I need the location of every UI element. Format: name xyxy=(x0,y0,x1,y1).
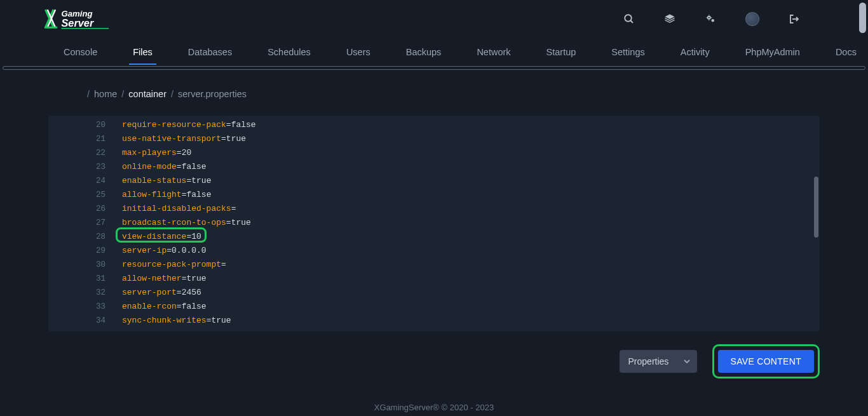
editor-line[interactable]: 29server-ip=0.0.0.0 xyxy=(48,244,820,258)
syntax-select-label: Properties xyxy=(628,356,669,366)
editor-line[interactable]: 33enable-rcon=false xyxy=(48,300,820,314)
layers-icon[interactable] xyxy=(664,13,675,25)
line-number: 24 xyxy=(48,174,121,188)
line-number: 22 xyxy=(48,146,121,160)
header: Gaming Server xyxy=(0,0,868,38)
line-number: 30 xyxy=(48,258,121,272)
breadcrumb-segment: server.properties xyxy=(178,89,247,99)
tab-schedules[interactable]: Schedules xyxy=(268,40,311,64)
editor-line[interactable]: 31allow-nether=true xyxy=(48,272,820,286)
line-number: 27 xyxy=(48,216,121,230)
line-number: 33 xyxy=(48,300,121,314)
editor-line[interactable]: 30resource-pack-prompt= xyxy=(48,258,820,272)
logo[interactable]: Gaming Server xyxy=(44,8,133,30)
line-number: 25 xyxy=(48,188,121,202)
logout-icon[interactable] xyxy=(789,13,800,25)
editor-line[interactable]: 23online-mode=false xyxy=(48,160,820,174)
svg-point-5 xyxy=(712,19,715,22)
chevron-down-icon xyxy=(683,358,691,365)
footer-text: XGamingServer® © 2020 - 2023 xyxy=(0,403,868,412)
line-number: 21 xyxy=(48,132,121,146)
browser-scrollbar[interactable] xyxy=(859,3,866,33)
line-code[interactable]: use-native-transport=true xyxy=(121,132,246,146)
editor-line[interactable]: 25allow-flight=false xyxy=(48,188,820,202)
line-number: 26 xyxy=(48,202,121,216)
save-content-button[interactable]: SAVE CONTENT xyxy=(718,350,814,373)
line-code[interactable]: server-port=2456 xyxy=(121,286,201,300)
search-icon[interactable] xyxy=(623,13,635,25)
line-code[interactable]: enable-rcon=false xyxy=(121,300,207,314)
editor-line[interactable]: 28view-distance=10 xyxy=(48,230,820,244)
line-code[interactable]: resource-pack-prompt= xyxy=(121,258,226,272)
tab-docs[interactable]: Docs xyxy=(836,40,857,64)
line-code[interactable]: server-ip=0.0.0.0 xyxy=(121,244,207,258)
line-number: 28 xyxy=(48,230,121,244)
breadcrumb-segment[interactable]: container xyxy=(128,89,166,99)
settings-icon[interactable] xyxy=(705,13,716,25)
tab-network[interactable]: Network xyxy=(477,40,510,64)
tab-startup[interactable]: Startup xyxy=(546,40,576,64)
line-code[interactable]: view-distance=10 xyxy=(121,230,201,244)
line-number: 29 xyxy=(48,244,121,258)
save-highlight-annotation: SAVE CONTENT xyxy=(712,344,820,379)
line-code[interactable]: require-resource-pack=false xyxy=(121,118,256,132)
tab-settings[interactable]: Settings xyxy=(611,40,644,64)
line-code[interactable]: initial-disabled-packs= xyxy=(121,202,236,216)
tab-console[interactable]: Console xyxy=(64,40,97,64)
svg-point-1 xyxy=(625,15,632,22)
progress-bar xyxy=(3,66,865,70)
editor-actions: Properties SAVE CONTENT xyxy=(48,344,820,379)
tab-databases[interactable]: Databases xyxy=(188,40,232,64)
avatar[interactable] xyxy=(745,12,759,26)
editor-line[interactable]: 20require-resource-pack=false xyxy=(48,118,820,132)
line-number: 20 xyxy=(48,118,121,132)
tab-activity[interactable]: Activity xyxy=(681,40,710,64)
syntax-select[interactable]: Properties xyxy=(620,350,697,373)
tab-backups[interactable]: Backups xyxy=(406,40,442,64)
breadcrumb: /home/container/server.properties xyxy=(48,89,820,99)
line-code[interactable]: enable-status=true xyxy=(121,174,211,188)
line-code[interactable]: allow-flight=false xyxy=(121,188,211,202)
line-number: 23 xyxy=(48,160,121,174)
line-code[interactable]: allow-nether=true xyxy=(121,272,207,286)
line-code[interactable]: max-players=20 xyxy=(121,146,191,160)
tab-phpmyadmin[interactable]: PhpMyAdmin xyxy=(745,40,800,64)
line-code[interactable]: online-mode=false xyxy=(121,160,207,174)
file-editor[interactable]: 20require-resource-pack=false21use-nativ… xyxy=(48,116,820,332)
line-code[interactable]: broadcast-rcon-to-ops=true xyxy=(121,216,251,230)
nav-tabs: ConsoleFilesDatabasesSchedulesUsersBacku… xyxy=(0,38,868,66)
editor-line[interactable]: 32server-port=2456 xyxy=(48,286,820,300)
editor-line[interactable]: 26initial-disabled-packs= xyxy=(48,202,820,216)
editor-line[interactable]: 34sync-chunk-writes=true xyxy=(48,314,820,328)
line-number: 34 xyxy=(48,314,121,328)
editor-scrollbar[interactable] xyxy=(814,177,818,238)
editor-line[interactable]: 22max-players=20 xyxy=(48,146,820,160)
line-code[interactable]: sync-chunk-writes=true xyxy=(121,314,231,328)
editor-line[interactable]: 24enable-status=true xyxy=(48,174,820,188)
breadcrumb-segment[interactable]: home xyxy=(94,89,117,99)
tab-files[interactable]: Files xyxy=(133,40,153,64)
svg-line-2 xyxy=(630,20,633,23)
svg-point-4 xyxy=(709,17,710,18)
header-actions xyxy=(623,12,860,26)
tab-users[interactable]: Users xyxy=(346,40,370,64)
editor-line[interactable]: 21use-native-transport=true xyxy=(48,132,820,146)
editor-line[interactable]: 27broadcast-rcon-to-ops=true xyxy=(48,216,820,230)
logo-text-bottom: Server xyxy=(61,17,94,29)
line-number: 31 xyxy=(48,272,121,286)
line-number: 32 xyxy=(48,286,121,300)
